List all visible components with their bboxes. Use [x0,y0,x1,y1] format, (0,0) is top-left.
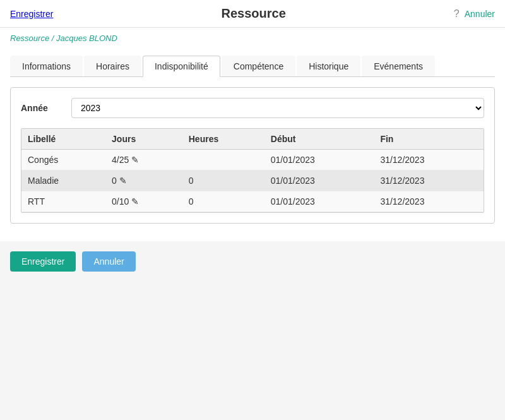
cell-heures [182,150,264,171]
year-label: Année [21,103,71,113]
cell-debut: 01/01/2023 [264,171,374,191]
top-cancel-link[interactable]: Annuler [465,9,495,19]
year-row: Année 2021 2022 2023 2024 [21,98,484,118]
top-right-actions: ? Annuler [454,8,495,20]
edit-icon[interactable]: ✎ [131,196,139,207]
cell-debut: 01/01/2023 [264,191,374,212]
breadcrumb: Ressource / Jacques BLOND [0,28,505,48]
table-row: Maladie 0 ✎ 0 01/01/2023 31/12/2023 [21,171,484,191]
tab-informations[interactable]: Informations [10,56,83,76]
cell-libelle: RTT [21,191,105,212]
col-jours: Jours [105,129,182,150]
tab-indisponibilite[interactable]: Indisponibilité [143,56,220,77]
table-row: RTT 0/10 ✎ 0 01/01/2023 31/12/2023 [21,191,484,212]
top-save-link[interactable]: Enregistrer [10,9,53,19]
cell-libelle: Maladie [21,171,105,191]
cell-fin: 31/12/2023 [374,191,484,212]
col-heures: Heures [182,129,264,150]
col-libelle: Libellé [21,129,105,150]
year-select[interactable]: 2021 2022 2023 2024 [71,98,484,118]
cell-debut: 01/01/2023 [264,150,374,171]
tab-bar: Informations Horaires Indisponibilité Co… [10,56,495,77]
save-button[interactable]: Enregistrer [10,251,76,272]
edit-icon[interactable]: ✎ [119,176,127,186]
cell-jours: 4/25 ✎ [105,150,182,171]
page-title: Ressource [222,6,286,21]
edit-icon[interactable]: ✎ [131,155,139,165]
cell-libelle: Congés [21,150,105,171]
help-icon[interactable]: ? [454,8,460,20]
form-container: Année 2021 2022 2023 2024 Libellé Jours … [10,87,495,224]
table-header-row: Libellé Jours Heures Début Fin [21,129,484,150]
cell-heures: 0 [182,191,264,212]
cell-jours: 0/10 ✎ [105,191,182,212]
top-bar: Enregistrer Ressource ? Annuler [0,0,505,28]
tab-evenements[interactable]: Evénements [362,56,435,76]
bottom-actions: Enregistrer Annuler [0,241,505,282]
tab-competence[interactable]: Compétence [222,56,295,76]
cell-fin: 31/12/2023 [374,171,484,191]
cell-jours: 0 ✎ [105,171,182,191]
cell-heures: 0 [182,171,264,191]
tab-historique[interactable]: Historique [297,56,360,76]
indisponibilite-table: Libellé Jours Heures Début Fin Congés 4/… [21,129,484,212]
col-debut: Début [264,129,374,150]
breadcrumb-link[interactable]: Ressource / Jacques BLOND [10,33,117,43]
col-fin: Fin [374,129,484,150]
cell-fin: 31/12/2023 [374,150,484,171]
page-content: Informations Horaires Indisponibilité Co… [0,48,505,241]
indisponibilite-table-container: Libellé Jours Heures Début Fin Congés 4/… [21,128,484,213]
table-row: Congés 4/25 ✎ 01/01/2023 31/12/2023 [21,150,484,171]
cancel-button[interactable]: Annuler [82,251,135,272]
table-wrapper[interactable]: Libellé Jours Heures Début Fin Congés 4/… [21,129,484,212]
tab-horaires[interactable]: Horaires [84,56,141,76]
